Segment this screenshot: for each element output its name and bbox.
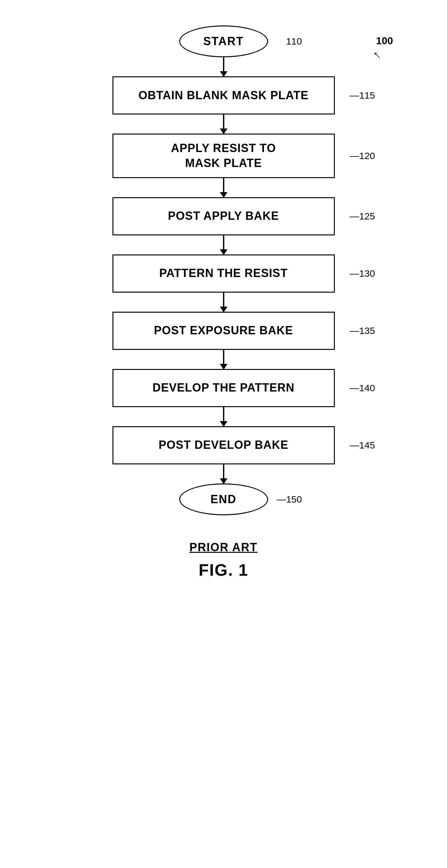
obtain-blank-label: OBTAIN BLANK MASK PLATE [139, 88, 309, 103]
start-label: START [203, 35, 244, 48]
connector-7 [223, 464, 224, 484]
connector-6 [223, 407, 224, 426]
prior-art-label: PRIOR ART [190, 541, 257, 554]
obtain-blank-ref: —115 [349, 90, 375, 101]
develop-pattern-ref: —140 [349, 383, 375, 394]
apply-resist-ref: —120 [349, 150, 375, 161]
develop-pattern-label: DEVELOP THE PATTERN [152, 380, 295, 395]
connector-1 [223, 115, 224, 133]
develop-pattern-node: DEVELOP THE PATTERN —140 [112, 369, 335, 407]
connector-5 [223, 350, 224, 369]
end-ref: —150 [276, 494, 302, 505]
pattern-resist-label: PATTERN THE RESIST [159, 266, 288, 281]
post-exposure-bake-node: POST EXPOSURE BAKE —135 [112, 312, 335, 350]
bottom-section: PRIOR ART FIG. 1 [190, 541, 257, 580]
post-develop-bake-node: POST DEVELOP BAKE —145 [112, 426, 335, 464]
post-exposure-bake-ref: —135 [349, 326, 375, 336]
pattern-resist-ref: —130 [349, 268, 375, 279]
connector-0 [223, 57, 224, 76]
connector-3 [223, 236, 224, 254]
figure-ref-100: 100 [376, 35, 393, 47]
flowchart: START 110 OBTAIN BLANK MASK PLATE —115 A… [81, 26, 367, 580]
post-apply-bake-ref: —125 [349, 211, 375, 222]
post-develop-bake-label: POST DEVELOP BAKE [159, 438, 288, 453]
diagram-container: 100 ← START 110 OBTAIN BLANK MASK PLATE … [0, 0, 447, 868]
apply-resist-label: APPLY RESIST TO MASK PLATE [171, 141, 276, 171]
connector-4 [223, 292, 224, 312]
post-apply-bake-node: POST APPLY BAKE —125 [112, 197, 335, 236]
obtain-blank-node: OBTAIN BLANK MASK PLATE —115 [112, 76, 335, 115]
connector-2 [223, 178, 224, 197]
fig-label: FIG. 1 [190, 560, 257, 580]
start-ref: 110 [286, 36, 302, 47]
corner-arrow: ← [368, 46, 386, 64]
apply-resist-node: APPLY RESIST TO MASK PLATE —120 [112, 133, 335, 178]
post-exposure-bake-label: POST EXPOSURE BAKE [154, 323, 293, 338]
pattern-resist-node: PATTERN THE RESIST —130 [112, 254, 335, 292]
end-label: END [210, 493, 236, 506]
end-node: END —150 [179, 484, 268, 515]
post-develop-bake-ref: —145 [349, 440, 375, 451]
start-node: START 110 [179, 26, 268, 57]
post-apply-bake-label: POST APPLY BAKE [168, 209, 279, 224]
